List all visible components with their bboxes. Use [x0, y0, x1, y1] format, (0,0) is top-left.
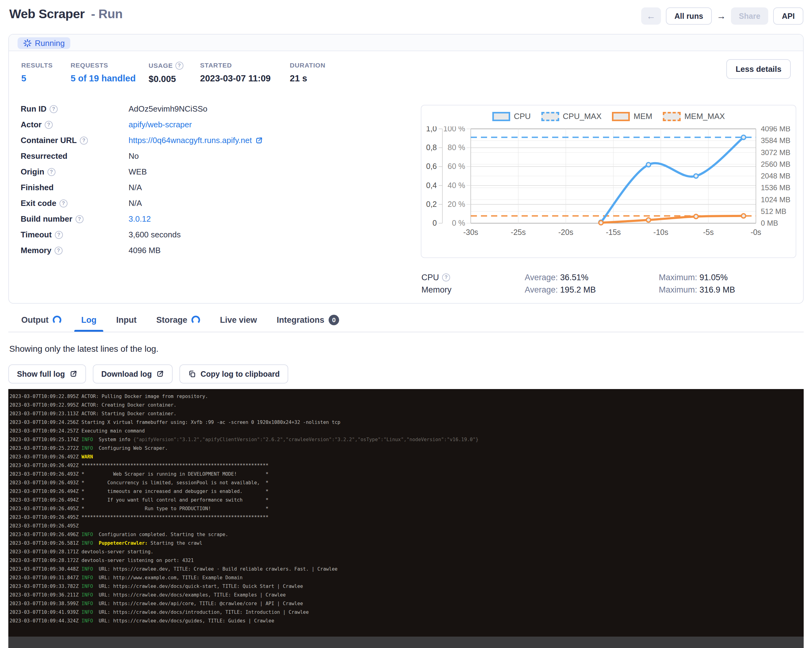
help-icon[interactable]: ?	[55, 247, 63, 255]
detail-label: Origin?	[21, 167, 128, 177]
legend-item-cpu[interactable]: CPU	[492, 111, 531, 121]
help-icon[interactable]: ?	[80, 137, 88, 145]
help-icon[interactable]: ?	[45, 121, 53, 129]
tab-input[interactable]: Input	[115, 308, 138, 332]
log-segment: 2023-03-07T10:09:30.448Z	[9, 566, 81, 572]
tab-live-view[interactable]: Live view	[218, 308, 258, 332]
legend-item-cpu_max[interactable]: CPU_MAX	[541, 111, 602, 121]
copy-log-to-clipboard-button[interactable]: Copy log to clipboard	[179, 364, 288, 384]
stat-label: RESULTS	[21, 62, 70, 69]
log-segment: URL: https://crawlee.dev/docs/examples, …	[93, 592, 286, 598]
detail-row-run-id: Run ID?AdOz5evimh9NCiSSo	[21, 101, 403, 117]
stat-label: DURATION	[290, 62, 325, 69]
detail-label: Container URL?	[21, 136, 128, 145]
external-link-icon	[255, 137, 263, 145]
detail-label: Finished	[21, 183, 128, 192]
maximum-value: 91.05%	[699, 273, 728, 282]
svg-text:0,4: 0,4	[426, 181, 437, 190]
legend-label: CPU	[514, 111, 531, 121]
log-segment: System info	[93, 437, 133, 442]
log-segment: INFO	[81, 532, 93, 537]
log-segment: INFO	[81, 592, 93, 598]
less-details-button[interactable]: Less details	[726, 59, 791, 79]
log-segment: URL: https://crawlee.dev, TITLE: Crawlee…	[93, 566, 337, 572]
next-run-button[interactable]: →	[717, 11, 726, 21]
detail-value[interactable]: apify/web-scraper	[128, 120, 192, 130]
log-segment: 2023-03-07T10:09:26.496Z	[9, 532, 81, 537]
log-segment: 2023-03-07T10:09:28.171Z devtools-server…	[9, 549, 154, 555]
log-segment: 2023-03-07T10:09:23.113Z ACTOR: Starting…	[9, 411, 176, 416]
detail-value: No	[128, 151, 139, 161]
page-title-secondary: - Run	[91, 7, 122, 21]
tab-count-badge: 0	[329, 315, 339, 325]
svg-text:512 MB: 512 MB	[761, 207, 786, 215]
log-segment: 2023-03-07T10:09:26.494Z * If you want f…	[9, 497, 269, 503]
log-segment: INFO	[81, 618, 93, 624]
legend-item-mem_max[interactable]: MEM_MAX	[663, 111, 725, 121]
log-segment: 2023-03-07T10:09:26.495Z	[9, 523, 79, 529]
detail-label: Actor?	[21, 120, 128, 130]
log-segment: INFO	[81, 610, 93, 615]
all-runs-button[interactable]: All runs	[666, 8, 712, 24]
maximum-label: Maximum:	[659, 273, 699, 282]
detail-row-container-url: Container URL?https://0q64wnacgyft.runs.…	[21, 133, 403, 148]
api-button[interactable]: API	[773, 8, 803, 24]
tab-output[interactable]: Output	[20, 308, 63, 332]
chart-axis-labels: 1,00,80,60,40,20100 %80 %60 %40 %20 %0 %…	[426, 127, 791, 236]
svg-text:-25s: -25s	[511, 228, 526, 236]
detail-label: Memory?	[21, 246, 128, 255]
svg-text:80 %: 80 %	[448, 143, 465, 152]
detail-value[interactable]: https://0q64wnacgyft.runs.apify.net	[128, 136, 263, 145]
log-line: 2023-03-07T10:09:25.272Z INFO Configurin…	[9, 444, 804, 453]
previous-run-button[interactable]: ←	[641, 8, 661, 24]
external-link-icon	[69, 370, 77, 378]
stat-value[interactable]: 5 of 19 handled	[70, 73, 149, 84]
resource-row-cpu: CPU?Average: 36.51%Maximum: 91.05%	[421, 271, 797, 284]
log-segment: 2023-03-07T10:09:24.256Z Starting X virt…	[9, 419, 340, 425]
help-icon[interactable]: ?	[50, 105, 58, 113]
log-line: 2023-03-07T10:09:24.257Z Executing main …	[9, 427, 804, 435]
help-icon[interactable]: ?	[47, 168, 55, 176]
legend-swatch	[541, 112, 559, 121]
help-icon[interactable]: ?	[176, 62, 183, 70]
legend-item-mem[interactable]: MEM	[612, 111, 652, 121]
run-detail-page: Web Scraper - Run ← All runs → Share API…	[0, 0, 812, 648]
log-segment: URL: http://www.example.com, TITLE: Exam…	[93, 575, 243, 581]
tab-integrations[interactable]: Integrations0	[276, 308, 340, 332]
tab-storage[interactable]: Storage	[155, 308, 201, 332]
log-segment: Starting the crawl	[148, 540, 202, 546]
page-title: Web Scraper - Run	[9, 7, 123, 21]
detail-row-memory: Memory?4096 MB	[21, 242, 403, 258]
detail-row-actor: Actor?apify/web-scraper	[21, 117, 403, 133]
log-console[interactable]: 2023-03-07T10:09:22.895Z ACTOR: Pulling …	[8, 389, 804, 648]
maximum-label: Maximum:	[659, 285, 699, 294]
help-icon[interactable]: ?	[442, 273, 450, 282]
log-line: 2023-03-07T10:09:26.493Z * Web Scraper i…	[9, 470, 804, 479]
log-segment: 2023-03-07T10:09:28.172Z devtools-server…	[9, 558, 194, 563]
help-icon[interactable]: ?	[76, 215, 84, 223]
log-segment: 2023-03-07T10:09:25.272Z	[9, 445, 81, 451]
show-full-log-button[interactable]: Show full log	[8, 364, 86, 384]
button-label: Download log	[101, 370, 152, 378]
detail-value[interactable]: 3.0.12	[128, 214, 151, 224]
download-log-button[interactable]: Download log	[93, 364, 173, 384]
horizontal-scrollbar[interactable]	[8, 637, 804, 648]
svg-text:2560 MB: 2560 MB	[761, 160, 791, 168]
share-button[interactable]: Share	[731, 8, 768, 24]
svg-text:100 %: 100 %	[443, 127, 465, 133]
detail-value: WEB	[128, 167, 147, 177]
help-icon[interactable]: ?	[55, 231, 63, 239]
button-label: Show full log	[17, 370, 65, 378]
log-segment: INFO	[81, 601, 93, 606]
help-icon[interactable]: ?	[60, 200, 67, 207]
log-segment: 2023-03-07T10:09:26.494Z * timeouts are …	[9, 489, 269, 494]
tab-log[interactable]: Log	[80, 308, 98, 332]
svg-text:0 %: 0 %	[452, 218, 465, 227]
svg-text:60 %: 60 %	[448, 162, 465, 171]
stat-value: 21 s	[290, 73, 325, 84]
svg-text:4096 MB: 4096 MB	[761, 127, 791, 133]
svg-text:2048 MB: 2048 MB	[761, 172, 791, 180]
stat-value[interactable]: 5	[21, 73, 70, 84]
header-actions: ← All runs → Share API	[641, 8, 803, 24]
svg-text:0,2: 0,2	[426, 200, 437, 208]
